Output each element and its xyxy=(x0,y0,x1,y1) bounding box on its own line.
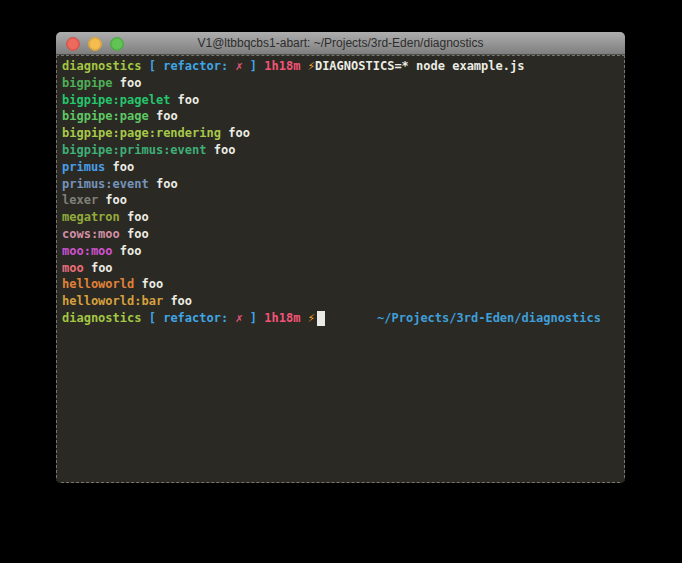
terminal-line: primus:event foo xyxy=(62,176,619,193)
terminal-line: moo foo xyxy=(62,260,619,277)
close-button[interactable] xyxy=(66,37,80,51)
terminal-text-segment: foo xyxy=(207,142,236,159)
minimize-button[interactable] xyxy=(88,37,102,51)
terminal-line: bigpipe:page:rendering foo xyxy=(62,125,619,142)
terminal-text-segment: [ refactor: xyxy=(141,58,235,75)
terminal-text-segment: helloworld xyxy=(62,276,134,293)
terminal-line: megatron foo xyxy=(62,209,619,226)
terminal-text-segment: ⚡ xyxy=(308,58,315,75)
desktop-background: V1@ltbbqcbs1-abart: ~/Projects/3rd-Eden/… xyxy=(0,0,682,563)
terminal-line: bigpipe:primus:event foo xyxy=(62,142,619,159)
terminal-text-segment: ✗ xyxy=(235,310,242,327)
terminal-text-segment: moo xyxy=(62,260,84,277)
terminal-line: diagnostics [ refactor: ✗ ] 1h18m ⚡~/Pro… xyxy=(62,310,619,327)
traffic-lights xyxy=(66,37,124,51)
terminal-text-segment: foo xyxy=(120,226,149,243)
terminal-line: lexer foo xyxy=(62,192,619,209)
terminal-text-segment: ⚡ xyxy=(308,310,315,327)
terminal-text-segment: bigpipe:pagelet xyxy=(62,92,170,109)
terminal-text-segment: foo xyxy=(98,192,127,209)
terminal-text-segment: 1h18m xyxy=(264,310,300,327)
terminal-text-segment: bigpipe xyxy=(62,75,113,92)
terminal-text-segment: ] xyxy=(243,58,265,75)
terminal-text-segment: moo:moo xyxy=(62,243,113,260)
terminal-text-segment: foo xyxy=(105,159,134,176)
terminal-line: bigpipe:pagelet foo xyxy=(62,92,619,109)
window-title: V1@ltbbqcbs1-abart: ~/Projects/3rd-Eden/… xyxy=(56,32,625,54)
terminal-text-segment: diagnostics xyxy=(62,310,141,327)
terminal-text-segment: DIAGNOSTICS=* node example.js xyxy=(315,58,525,75)
terminal-text-segment: foo xyxy=(84,260,113,277)
terminal-line: helloworld:bar foo xyxy=(62,293,619,310)
terminal-line: cows:moo foo xyxy=(62,226,619,243)
terminal-text-segment: foo xyxy=(149,108,178,125)
terminal-line: moo:moo foo xyxy=(62,243,619,260)
terminal-line: helloworld foo xyxy=(62,276,619,293)
terminal-text-segment: bigpipe:primus:event xyxy=(62,142,207,159)
terminal-text-segment: [ refactor: xyxy=(141,310,235,327)
terminal-text-segment: ✗ xyxy=(235,58,242,75)
terminal-text-segment xyxy=(300,310,307,327)
terminal-window: V1@ltbbqcbs1-abart: ~/Projects/3rd-Eden/… xyxy=(56,32,625,483)
terminal-text-segment: primus xyxy=(62,159,105,176)
terminal-text-segment: foo xyxy=(149,176,178,193)
prompt-right-path: ~/Projects/3rd-Eden/diagnostics xyxy=(377,310,619,327)
terminal-text-segment: cows:moo xyxy=(62,226,120,243)
zoom-button[interactable] xyxy=(110,37,124,51)
terminal-text-segment: foo xyxy=(113,75,142,92)
terminal-text-segment: foo xyxy=(134,276,163,293)
terminal-text-segment: megatron xyxy=(62,209,120,226)
terminal-text-segment: foo xyxy=(113,243,142,260)
terminal-text-segment: bigpipe:page:rendering xyxy=(62,125,221,142)
terminal-text-segment: bigpipe:page xyxy=(62,108,149,125)
terminal-text-segment: foo xyxy=(170,92,199,109)
terminal-cursor xyxy=(317,311,325,326)
terminal-text-segment: primus:event xyxy=(62,176,149,193)
terminal-text-segment: foo xyxy=(221,125,250,142)
terminal-text-segment: foo xyxy=(120,209,149,226)
terminal-line: primus foo xyxy=(62,159,619,176)
terminal-text-segment: foo xyxy=(163,293,192,310)
terminal-content[interactable]: diagnostics [ refactor: ✗ ] 1h18m ⚡DIAGN… xyxy=(56,55,625,483)
terminal-text-segment: helloworld:bar xyxy=(62,293,163,310)
terminal-text-segment: ] xyxy=(243,310,265,327)
terminal-line: diagnostics [ refactor: ✗ ] 1h18m ⚡DIAGN… xyxy=(62,58,619,75)
terminal-text-segment: diagnostics xyxy=(62,58,141,75)
terminal-text-segment: lexer xyxy=(62,192,98,209)
titlebar[interactable]: V1@ltbbqcbs1-abart: ~/Projects/3rd-Eden/… xyxy=(56,32,625,55)
terminal-line: bigpipe foo xyxy=(62,75,619,92)
terminal-text-segment xyxy=(300,58,307,75)
terminal-text-segment: 1h18m xyxy=(264,58,300,75)
terminal-line: bigpipe:page foo xyxy=(62,108,619,125)
